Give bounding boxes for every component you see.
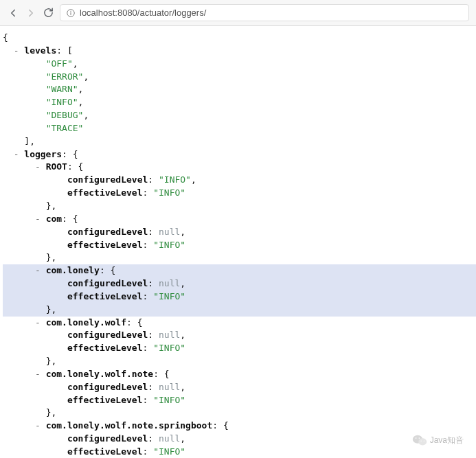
json-line: }, bbox=[3, 200, 476, 213]
json-line: configuredLevel: null, bbox=[3, 433, 476, 446]
json-line: "OFF", bbox=[3, 58, 476, 71]
json-line: configuredLevel: "INFO", bbox=[3, 174, 476, 187]
expand-toggle[interactable]: - bbox=[35, 265, 41, 275]
expand-toggle[interactable]: - bbox=[35, 161, 41, 172]
json-line: }, bbox=[3, 355, 476, 368]
json-line: "INFO", bbox=[3, 96, 476, 109]
json-line: effectiveLevel: "INFO" bbox=[3, 187, 476, 200]
json-line: ], bbox=[3, 135, 476, 148]
url-input[interactable] bbox=[80, 8, 463, 18]
json-line: - com.lonely: { bbox=[3, 264, 476, 277]
info-icon bbox=[66, 8, 76, 18]
reload-button[interactable] bbox=[43, 7, 54, 19]
json-line: - loggers: { bbox=[3, 148, 476, 161]
json-line: "ERROR", bbox=[3, 71, 476, 84]
json-line: "TRACE" bbox=[3, 122, 476, 135]
json-line: configuredLevel: null, bbox=[3, 226, 476, 239]
json-line: effectiveLevel: "INFO" bbox=[3, 290, 476, 304]
json-line: configuredLevel: null, bbox=[3, 329, 476, 342]
json-line: - com.lonely.wolf: { bbox=[3, 317, 476, 330]
svg-point-8 bbox=[423, 441, 424, 442]
svg-point-5 bbox=[415, 437, 416, 439]
json-line: effectiveLevel: "INFO" bbox=[3, 446, 476, 458]
json-line: "DEBUG", bbox=[3, 109, 476, 122]
json-line: - com: { bbox=[3, 213, 476, 226]
expand-toggle[interactable]: - bbox=[35, 420, 41, 431]
svg-point-2 bbox=[70, 10, 71, 11]
json-line: - com.lonely.wolf.note.springboot: { bbox=[3, 420, 476, 433]
browser-toolbar bbox=[0, 0, 476, 26]
json-line: }, bbox=[3, 251, 476, 264]
expand-toggle[interactable]: - bbox=[35, 369, 41, 379]
json-line: - com.lonely.wolf.note: { bbox=[3, 368, 476, 381]
json-line: - ROOT: { bbox=[3, 161, 476, 174]
expand-toggle[interactable]: - bbox=[14, 45, 19, 56]
json-line: effectiveLevel: "INFO" bbox=[3, 342, 476, 355]
json-line: configuredLevel: null, bbox=[3, 381, 476, 394]
json-viewer: { - levels: [ "OFF", "ERROR", "WARN", "I… bbox=[0, 26, 476, 458]
forward-button[interactable] bbox=[25, 7, 37, 19]
json-line: effectiveLevel: "INFO" bbox=[3, 239, 476, 252]
wechat-icon bbox=[412, 434, 427, 446]
expand-toggle[interactable]: - bbox=[35, 317, 41, 328]
address-bar[interactable] bbox=[60, 4, 469, 21]
watermark-text: Java知音 bbox=[430, 435, 464, 446]
svg-point-6 bbox=[418, 437, 420, 439]
json-line: "WARN", bbox=[3, 83, 476, 96]
svg-point-7 bbox=[420, 441, 421, 442]
svg-point-4 bbox=[418, 438, 427, 445]
json-line: effectiveLevel: "INFO" bbox=[3, 394, 476, 407]
json-line: }, bbox=[3, 304, 476, 317]
expand-toggle[interactable]: - bbox=[35, 214, 41, 224]
back-button[interactable] bbox=[7, 7, 19, 19]
json-line: - levels: [ bbox=[3, 45, 476, 58]
json-line: }, bbox=[3, 407, 476, 420]
expand-toggle[interactable]: - bbox=[14, 149, 19, 159]
watermark: Java知音 bbox=[412, 434, 464, 446]
json-line: { bbox=[3, 32, 476, 45]
json-line: configuredLevel: null, bbox=[3, 277, 476, 290]
